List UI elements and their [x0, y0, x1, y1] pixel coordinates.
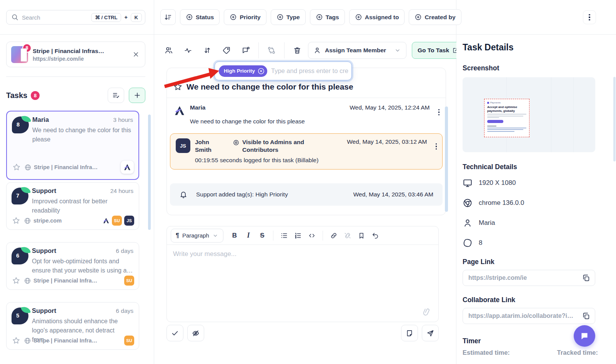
code-icon: [308, 232, 316, 239]
attach-file-button[interactable]: [421, 306, 433, 318]
filter-created-by[interactable]: Created by: [409, 9, 461, 25]
send-button[interactable]: [422, 325, 439, 341]
comment-menu-button[interactable]: [436, 139, 437, 150]
compare-button[interactable]: [263, 42, 280, 59]
task-age: 6 days: [116, 307, 133, 314]
search-bar[interactable]: ⌘ / CTRL + K: [6, 10, 145, 25]
sidebar-scrollbar[interactable]: [148, 115, 151, 230]
star-icon[interactable]: [173, 82, 183, 91]
site-close-button[interactable]: [132, 51, 140, 58]
globe-icon: [24, 217, 31, 224]
filter-priority[interactable]: Priority: [224, 9, 266, 25]
filter-status[interactable]: Status: [180, 9, 220, 25]
delete-task-button[interactable]: [289, 42, 306, 59]
status-flag-button[interactable]: [237, 42, 254, 59]
globe-icon: [24, 277, 31, 284]
code-button[interactable]: [305, 229, 318, 242]
block-format-select[interactable]: ¶ Paragraph: [171, 229, 223, 243]
paperclip-icon: [421, 306, 433, 318]
collaborators-button[interactable]: [160, 42, 177, 59]
copy-page-link-button[interactable]: [582, 274, 590, 282]
task-site: Stripe | Financial Infra…: [33, 278, 97, 284]
site-thumbnail: 8: [11, 46, 28, 63]
assign-team-member-select[interactable]: Assign Team Member: [308, 42, 406, 59]
sort-button[interactable]: [160, 9, 176, 25]
atarim-avatar-icon: [174, 105, 185, 116]
chat-bubble-icon: [579, 331, 589, 341]
shortcut-plus: +: [124, 14, 127, 20]
ordered-list-button[interactable]: [291, 229, 305, 242]
tag-input-popup[interactable]: High Priority Type and press enter to cr…: [215, 61, 352, 80]
add-task-button[interactable]: [129, 88, 145, 103]
task-card[interactable]: 6 Support 6 days Opt for web-optimized f…: [6, 242, 139, 290]
add-note-button[interactable]: [401, 325, 418, 341]
dots-vertical-icon: [589, 14, 590, 21]
shortcut-cmd-ctrl: ⌘ / CTRL: [91, 13, 122, 22]
bullet-list-button[interactable]: [278, 229, 291, 242]
comment-menu-button[interactable]: [438, 105, 440, 115]
details-scrollbar[interactable]: [613, 77, 616, 161]
activity-notification: Support added tag(s): High Priority Wed,…: [170, 183, 443, 206]
task-author: Support: [32, 307, 56, 314]
note-icon: [405, 329, 414, 337]
plus-icon: [133, 91, 142, 100]
chat-fab-button[interactable]: [574, 325, 595, 347]
screenshot-label: Screenshot: [463, 64, 610, 72]
header-more-button[interactable]: [583, 10, 596, 24]
tasks-heading: Tasks: [6, 91, 27, 100]
resolve-button[interactable]: [166, 325, 183, 341]
internal-note-toggle[interactable]: [187, 325, 204, 341]
assignee-badge-su: SU: [112, 216, 122, 226]
thumb-cta-button: [487, 120, 503, 123]
collaborate-link-label: Collaborate Link: [463, 296, 610, 304]
task-avatar: 8: [12, 116, 29, 133]
undo-button[interactable]: [369, 229, 382, 242]
notification-timestamp: Wed, May 14, 2025, 03:46 AM: [353, 191, 433, 198]
page-link-field[interactable]: https://stripe.com/ie: [463, 270, 595, 286]
tags-button[interactable]: [218, 42, 235, 59]
filter-assigned-to[interactable]: Assigned to: [349, 9, 405, 25]
task-card[interactable]: 8 Maria 3 hours We need to change the co…: [6, 111, 139, 180]
star-icon[interactable]: [12, 216, 20, 225]
collaborate-link-field[interactable]: https://app.atarim.io/collaborate?i…: [463, 308, 595, 324]
italic-button[interactable]: I: [242, 229, 255, 242]
comments-scrollbar[interactable]: [445, 106, 448, 212]
star-icon[interactable]: [12, 276, 20, 285]
bookmark-button[interactable]: [355, 229, 368, 242]
copy-icon: [582, 274, 590, 282]
activity-button[interactable]: [180, 42, 196, 59]
star-icon[interactable]: [12, 163, 21, 171]
star-icon[interactable]: [12, 336, 20, 345]
unlink-button[interactable]: [341, 229, 354, 242]
message-input[interactable]: Write your message...: [167, 245, 438, 322]
chevron-down-icon: [212, 233, 218, 239]
comment-author: Maria: [190, 104, 206, 111]
search-input[interactable]: [22, 14, 88, 21]
task-author: Maria: [32, 116, 49, 123]
task-age: 24 hours: [110, 188, 133, 194]
strikethrough-button[interactable]: S: [256, 229, 269, 242]
atarim-logo-icon: [103, 217, 110, 224]
list-check-icon: [112, 91, 120, 100]
filter-tags[interactable]: Tags: [310, 9, 345, 25]
task-card[interactable]: 5 Support 6 days Animations should enhan…: [6, 302, 139, 350]
filter-type[interactable]: Type: [271, 9, 306, 25]
link-button[interactable]: [327, 229, 340, 242]
remove-tag-icon[interactable]: [257, 67, 265, 75]
sort-order-button[interactable]: [199, 42, 216, 59]
comment-row: Maria Wed, May 14, 2025, 12:24 AM We nee…: [167, 98, 446, 125]
monitor-icon: [463, 178, 473, 188]
site-card[interactable]: 8 Stripe | Financial Infras… https://str…: [6, 42, 145, 67]
circle-plus-icon: [276, 13, 284, 21]
screenshot-preview[interactable]: Payments Accept and optimise payments, g…: [463, 77, 595, 152]
task-card[interactable]: 7 Support 24 hours Improved contrast for…: [6, 182, 139, 230]
send-icon: [426, 329, 435, 337]
divider: [258, 42, 259, 58]
tag-input-placeholder[interactable]: Type and press enter to cre: [271, 67, 348, 75]
tag-icon: [222, 46, 231, 55]
bold-button[interactable]: B: [228, 229, 241, 242]
task-list-options-button[interactable]: [108, 88, 124, 103]
copy-collaborate-link-button[interactable]: [582, 312, 590, 320]
task-avatar: 7: [12, 188, 28, 204]
git-compare-icon: [267, 46, 276, 55]
